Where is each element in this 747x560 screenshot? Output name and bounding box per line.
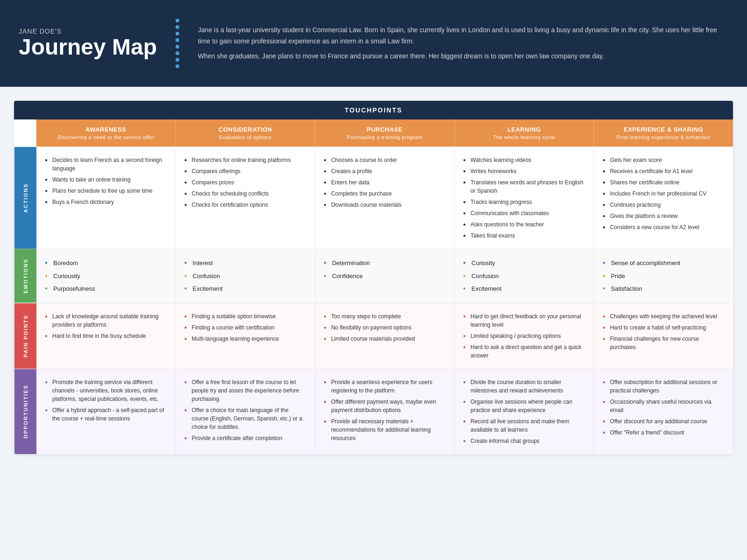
list-item: Organise live sessions where people can … [463, 396, 585, 416]
emotions-label: EMOTIONS [14, 249, 36, 303]
actions-row: ACTIONS Decides to learn French as a sec… [14, 147, 733, 249]
pain-cells: Lack of knowledge around suitable traini… [36, 303, 733, 369]
list-item: Checks for scheduling conflicts [184, 188, 307, 199]
emotion-item: Pride [602, 270, 725, 283]
col-header-spacer [14, 119, 36, 147]
list-item: Occassionally share useful resources via… [602, 396, 725, 416]
list-item: Offer "Refer a friend" discount [602, 427, 725, 438]
dot-1 [176, 19, 179, 22]
header-left: JANE DOE'S Journey Map [19, 14, 157, 73]
emotion-item: Curiousity [45, 270, 167, 283]
emotion-item: Boredom [45, 257, 167, 270]
col-header-purchase: PURCHASE Purchasing a training program [315, 119, 455, 147]
emotion-item: Purposefulness [45, 282, 167, 295]
opportunities-label: OPPORTUNITIES [14, 369, 36, 454]
list-item: Offer different payment ways, maybe even… [324, 396, 446, 416]
column-headers: AWARENESS Discovering a need or the serv… [14, 119, 733, 147]
list-item: Hard to ask a direct question and get a … [463, 342, 585, 361]
list-item: Offer a choice for main language of the … [184, 405, 307, 433]
col-header-consideration: CONSIDERATION Evaluation of options [176, 119, 316, 147]
list-item: Researches for online training platforms [184, 154, 307, 166]
opp-cell-purchase: Provide a seamless experience for users … [315, 369, 455, 454]
list-item: Watches learning videos [463, 154, 585, 166]
opp-cell-experience: Offer subscription for additional sessio… [594, 369, 733, 454]
list-item: Communicates with classmates [463, 208, 585, 219]
list-item: Considers a new course for A2 level [602, 222, 725, 233]
col-consideration-label: CONSIDERATION [183, 126, 308, 133]
list-item: Wants to take an online training [45, 174, 167, 185]
list-item: Chooses a course to order [324, 154, 446, 166]
emotion-item: Excitement [463, 282, 585, 295]
list-item: Finding a course with certification [184, 322, 307, 333]
emotion-item: Excitement [184, 282, 307, 295]
header-bio: Jane is a last-year university student i… [198, 14, 728, 73]
list-item: Decides to learn French as a second fore… [45, 154, 167, 174]
dot-7 [176, 58, 179, 62]
list-item: Checks for certification options [184, 199, 307, 210]
pain-label: PAIN POINTS [14, 303, 36, 369]
list-item: Receives a certificate for A1 level [602, 166, 725, 177]
list-item: Gives the platform a review [602, 210, 725, 222]
opp-cell-consideration: Offer a free first lesson of the course … [176, 369, 316, 454]
col-awareness-sub: Discovering a need or the service offer [44, 134, 168, 140]
list-item: Downloads course materials [324, 199, 446, 210]
emotions-row: EMOTIONS Boredom Curiousity Purposefulne… [14, 249, 733, 303]
col-purchase-label: PURCHASE [323, 126, 447, 133]
header-divider [176, 14, 179, 73]
list-item: Shares her certificate online [602, 177, 725, 188]
list-item: Writes homeworks [463, 166, 585, 177]
pain-cell-consideration: Finding a suitable option timewise Findi… [176, 303, 316, 369]
col-header-experience: EXPERIENCE & SHARING Post-learning exper… [594, 119, 733, 147]
col-consideration-sub: Evaluation of options [183, 134, 308, 140]
actions-list-experience: Gets her exam score Receives a certifica… [602, 154, 725, 233]
list-item: Translates new words and phrases to Engl… [463, 177, 585, 196]
list-item: Create informal chat groups [463, 435, 585, 447]
pain-cell-learning: Hard to get direct feedback on your pers… [455, 303, 594, 369]
pain-list-learning: Hard to get direct feedback on your pers… [463, 311, 585, 361]
pain-cell-awareness: Lack of knowledge around suitable traini… [36, 303, 176, 369]
list-item: Includes French in her professional CV [602, 188, 725, 199]
list-item: Completes the purchase [324, 188, 446, 199]
emotion-item: Sense of accomplishment [602, 257, 725, 270]
touchpoints-header: TOUCHPOINTS [14, 101, 733, 119]
list-item: Provide a certificate after completion [184, 433, 307, 444]
actions-cell-consideration: Researches for online training platforms… [176, 147, 316, 249]
list-item: Record all live sessions and make them a… [463, 416, 585, 435]
opportunities-row: OPPORTUNITIES Promote the training servi… [14, 369, 733, 454]
emotions-cell-purchase: Determination Confidence [315, 249, 455, 303]
opp-list-learning: Divide the course duration to smaller mi… [463, 377, 585, 447]
list-item: Promote the training service via differe… [45, 377, 167, 405]
list-item: Offer a hybrid approach - a self-paced p… [45, 405, 167, 424]
pain-list-consideration: Finding a suitable option timewise Findi… [184, 311, 307, 344]
list-item: Financial challenges for new course purc… [602, 333, 725, 353]
page: JANE DOE'S Journey Map Jane is a last-ye… [0, 0, 747, 560]
list-item: Compares prices [184, 177, 307, 188]
list-item: Plans her schedule to free up some time [45, 185, 167, 196]
col-purchase-sub: Purchasing a training program [323, 134, 447, 140]
emotion-item: Determination [324, 257, 446, 270]
dot-4 [176, 38, 179, 42]
dot-3 [176, 32, 179, 35]
pain-list-purchase: Too many steps to complete No flexibilit… [324, 311, 446, 344]
actions-cells: Decides to learn French as a second fore… [36, 147, 733, 249]
col-header-learning: LEARNING The whole learning cycle [455, 119, 594, 147]
col-learning-sub: The whole learning cycle [462, 134, 586, 140]
list-item: Gets her exam score [602, 154, 725, 166]
journey-map-table: TOUCHPOINTS AWARENESS Discovering a need… [14, 101, 733, 454]
list-item: Too many steps to complete [324, 311, 446, 322]
list-item: Offer subscription for additional sessio… [602, 377, 725, 396]
list-item: Hard to create a habit of self-practicin… [602, 322, 725, 333]
opp-list-purchase: Provide a seamless experience for users … [324, 377, 446, 444]
actions-cell-awareness: Decides to learn French as a second fore… [36, 147, 176, 249]
list-item: No flexibility on payment options [324, 322, 446, 333]
list-item: Hard to find time in the busy schedule [45, 330, 167, 342]
col-experience-sub: Post-learning experience & behaviour [601, 134, 726, 140]
emotions-cell-learning: Curiosity Confusion Excitement [455, 249, 594, 303]
list-item: Provide a seamless experience for users … [324, 377, 446, 396]
pain-list-experience: Challenges with keeping the achieved lev… [602, 311, 725, 353]
dot-6 [176, 51, 179, 55]
emotion-item: Confusion [463, 270, 585, 283]
emotions-cell-consideration: Interest Confusion Excitement [176, 249, 316, 303]
list-item: Limited speaking / practicing options [463, 330, 585, 342]
actions-list-awareness: Decides to learn French as a second fore… [45, 154, 167, 208]
